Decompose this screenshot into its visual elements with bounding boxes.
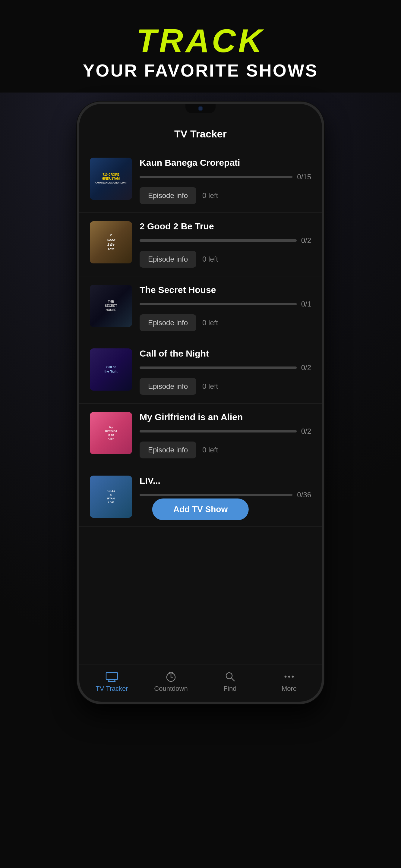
- episode-row-secret: Episode info 0 left: [140, 314, 311, 331]
- secret-poster-art: THESECRETHOUSE: [90, 285, 132, 327]
- show-item-kbc: 710 CROREHINDUSTANIKAUN BANEGA CROREPATI…: [79, 149, 322, 213]
- episodes-left-2g2bt: 0 left: [202, 255, 218, 264]
- show-poster-kbc[interactable]: 710 CROREHINDUSTANIKAUN BANEGA CROREPATI: [90, 158, 132, 200]
- episode-row-kbc: Episode info 0 left: [140, 187, 311, 204]
- progress-bar-bg-kbc: [140, 176, 292, 178]
- show-poster-mgaa[interactable]: MyGirlfriendis anAlien: [90, 412, 132, 454]
- live-poster-art: KELLY&RYANLIVE: [90, 475, 132, 518]
- add-tv-show-button[interactable]: Add TV Show: [152, 498, 249, 520]
- mgaa-poster-art: MyGirlfriendis anAlien: [90, 412, 132, 454]
- show-name-secret: The Secret House: [140, 285, 311, 295]
- screen-header: TV Tracker: [79, 122, 322, 146]
- progress-row-secret: 0/1: [140, 300, 311, 308]
- find-icon: [223, 671, 237, 682]
- show-item-live: KELLY&RYANLIVE LIV... 0/36 Add TV: [79, 467, 322, 527]
- nav-label-more: More: [282, 685, 297, 692]
- show-item-2g2bt: 2Good2 BeTrue 2 Good 2 Be True 0/2 Epis: [79, 213, 322, 276]
- show-item-cotn: Call ofthe Night Call of the Night 0/2: [79, 340, 322, 404]
- hero-subtitle-text: YOUR FAVORITE SHOWS: [12, 60, 389, 81]
- nav-item-countdown[interactable]: Countdown: [142, 671, 201, 692]
- progress-row-kbc: 0/15: [140, 173, 311, 181]
- episodes-left-mgaa: 0 left: [202, 446, 218, 454]
- phone-camera: [198, 106, 203, 111]
- show-poster-live[interactable]: KELLY&RYANLIVE: [90, 475, 132, 518]
- show-info-cotn: Call of the Night 0/2 Episode info 0 lef…: [140, 348, 311, 395]
- progress-row-cotn: 0/2: [140, 364, 311, 372]
- episode-info-btn-kbc[interactable]: Episode info: [140, 187, 196, 204]
- svg-point-10: [288, 676, 290, 678]
- episode-row-cotn: Episode info 0 left: [140, 378, 311, 395]
- tv-tracker-icon: [104, 671, 119, 682]
- show-item-secret: THESECRETHOUSE The Secret House 0/1 Epi: [79, 276, 322, 340]
- phone-notch-bar: [79, 104, 322, 122]
- countdown-icon: [164, 671, 178, 682]
- show-poster-cotn[interactable]: Call ofthe Night: [90, 348, 132, 391]
- svg-line-6: [171, 672, 173, 673]
- progress-count-kbc: 0/15: [297, 173, 311, 181]
- svg-point-7: [226, 673, 232, 679]
- svg-rect-0: [106, 673, 118, 680]
- episode-row-mgaa: Episode info 0 left: [140, 441, 311, 458]
- nav-item-find[interactable]: Find: [201, 671, 259, 692]
- progress-bar-bg-2g2bt: [140, 239, 297, 242]
- nav-label-find: Find: [224, 685, 237, 692]
- progress-count-2g2bt: 0/2: [301, 236, 311, 245]
- cotn-poster-art: Call ofthe Night: [90, 348, 132, 391]
- shows-list: 710 CROREHINDUSTANIKAUN BANEGA CROREPATI…: [79, 146, 322, 530]
- progress-count-cotn: 0/2: [301, 364, 311, 372]
- episode-row-2g2bt: Episode info 0 left: [140, 251, 311, 268]
- show-name-mgaa: My Girlfriend is an Alien: [140, 412, 311, 422]
- phone-wrapper: TV Tracker 710 CROREHINDUSTANIKAUN BANEG…: [77, 101, 324, 704]
- svg-point-9: [285, 676, 286, 678]
- progress-bar-bg-secret: [140, 303, 297, 305]
- show-item-mgaa: MyGirlfriendis anAlien My Girlfriend is …: [79, 404, 322, 467]
- hero-section: TRACK YOUR FAVORITE SHOWS: [0, 0, 401, 93]
- svg-point-11: [292, 676, 294, 678]
- phone-frame: TV Tracker 710 CROREHINDUSTANIKAUN BANEG…: [77, 101, 324, 704]
- progress-bar-bg-live: [140, 494, 292, 496]
- show-name-2g2bt: 2 Good 2 Be True: [140, 221, 311, 231]
- show-name-cotn: Call of the Night: [140, 348, 311, 359]
- nav-item-tv-tracker[interactable]: TV Tracker: [82, 671, 142, 692]
- show-poster-secret[interactable]: THESECRETHOUSE: [90, 285, 132, 327]
- progress-row-mgaa: 0/2: [140, 427, 311, 435]
- 2g2bt-poster-art: 2Good2 BeTrue: [90, 221, 132, 264]
- nav-label-countdown: Countdown: [154, 685, 188, 692]
- show-info-mgaa: My Girlfriend is an Alien 0/2 Episode in…: [140, 412, 311, 458]
- progress-row-live: 0/36: [140, 491, 311, 499]
- episode-info-btn-mgaa[interactable]: Episode info: [140, 441, 196, 458]
- nav-label-tv-tracker: TV Tracker: [96, 685, 128, 692]
- progress-count-secret: 0/1: [301, 300, 311, 308]
- show-name-kbc: Kaun Banega Crorepati: [140, 158, 311, 168]
- progress-row-2g2bt: 0/2: [140, 236, 311, 245]
- episode-info-btn-cotn[interactable]: Episode info: [140, 378, 196, 395]
- progress-bar-bg-mgaa: [140, 430, 297, 433]
- bottom-nav: TV Tracker Countdown: [79, 664, 322, 702]
- episodes-left-kbc: 0 left: [202, 191, 218, 200]
- episodes-left-cotn: 0 left: [202, 382, 218, 391]
- progress-count-live: 0/36: [297, 491, 311, 499]
- phone-screen: TV Tracker 710 CROREHINDUSTANIKAUN BANEG…: [79, 122, 322, 664]
- svg-line-5: [169, 672, 171, 673]
- show-info-kbc: Kaun Banega Crorepati 0/15 Episode info …: [140, 158, 311, 204]
- kbc-poster-art: 710 CROREHINDUSTANIKAUN BANEGA CROREPATI: [90, 158, 132, 200]
- nav-item-more[interactable]: More: [259, 671, 319, 692]
- hero-track-text: TRACK: [12, 24, 389, 57]
- screen-title: TV Tracker: [91, 128, 310, 140]
- progress-bar-bg-cotn: [140, 367, 297, 369]
- show-info-2g2bt: 2 Good 2 Be True 0/2 Episode info 0 left: [140, 221, 311, 268]
- progress-count-mgaa: 0/2: [301, 427, 311, 435]
- svg-line-8: [232, 678, 235, 681]
- episode-info-btn-secret[interactable]: Episode info: [140, 314, 196, 331]
- show-name-live: LIV...: [140, 475, 311, 486]
- episode-info-btn-2g2bt[interactable]: Episode info: [140, 251, 196, 268]
- more-icon: [282, 671, 297, 682]
- phone-notch: [185, 104, 216, 113]
- episodes-left-secret: 0 left: [202, 318, 218, 327]
- show-poster-2g2bt[interactable]: 2Good2 BeTrue: [90, 221, 132, 264]
- show-info-secret: The Secret House 0/1 Episode info 0 left: [140, 285, 311, 331]
